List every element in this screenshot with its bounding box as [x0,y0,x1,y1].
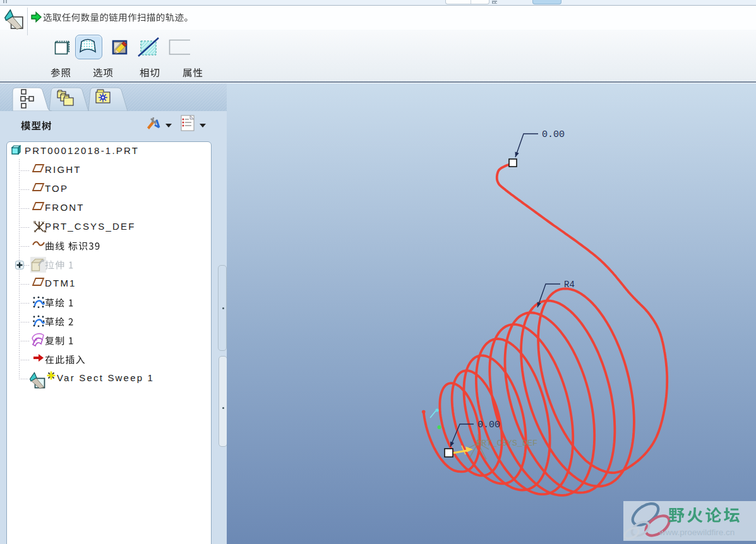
svg-text:www.proewildfire.cn: www.proewildfire.cn [659,528,735,537]
svg-text:PRT_CSYS_DEF: PRT_CSYS_DEF [476,439,537,448]
svg-text:R4: R4 [564,280,575,290]
svg-text:0.00: 0.00 [477,420,500,430]
svg-text:0.00: 0.00 [542,129,565,140]
